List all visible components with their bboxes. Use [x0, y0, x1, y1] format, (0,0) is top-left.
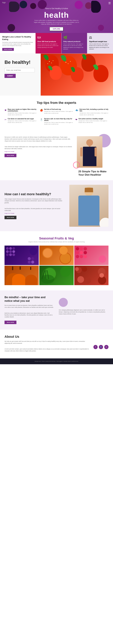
- eat-paragraph-2: Sed faucibus lacus a dui non diam phasel…: [5, 208, 66, 212]
- mindful-right: Orci volutpat pellentesque dignissim sem…: [59, 296, 108, 324]
- features-read-more-button[interactable]: READ MORE: [2, 48, 14, 51]
- feature-3-title: Significant weight loss: [89, 40, 111, 42]
- mindful-paragraph-2: Morbi leo urna molestie at elementum. Ip…: [5, 312, 54, 318]
- feature-2-title: Only natural products: [63, 40, 85, 42]
- mindful-section: Be mindful – take your time and notice w…: [0, 290, 113, 329]
- mindful-circle-decoration: [59, 298, 68, 307]
- circle-pink-decoration: [73, 162, 80, 168]
- tip-4-text: Sample text. Click to select the textbox…: [8, 120, 38, 123]
- seasonal-subtitle: Organic (food) is food produced by metho…: [5, 241, 108, 242]
- features-strip: Weight Loss Linked To Healthy Eating Fer…: [0, 33, 113, 54]
- submit-button[interactable]: SUBMIT: [5, 74, 16, 78]
- feature-item-1: 🍽 Over 300 food products Click to select…: [36, 33, 62, 54]
- header-title: health: [0, 10, 113, 20]
- feature-main: Weight Loss Linked To Healthy Eating Fer…: [0, 33, 36, 54]
- mindful-right-text: Orci volutpat pellentesque dignissim sem…: [59, 309, 108, 315]
- article-image-credit: Image from Freepik: [5, 151, 72, 152]
- footer: Sample text. Click to select the text bo…: [0, 358, 113, 364]
- article-paragraph-1: Nisi purus in mollis nunc sed id. Aenean…: [5, 136, 72, 142]
- tip-5-text: Sample text. Click to select the textbox…: [44, 122, 73, 125]
- eat-circle-decoration: [99, 218, 108, 227]
- article-person-image: [77, 136, 102, 168]
- mindful-read-more-button[interactable]: READ MORE: [5, 321, 16, 324]
- tip-4-title: Cut down on saturated fat and sugar: [8, 118, 38, 120]
- fruit-item-pumpkins: [5, 266, 39, 285]
- grape-cluster-2: [28, 257, 34, 264]
- eat-section: How can I eat more healthily? Vitae cong…: [0, 180, 113, 231]
- healthy-content: Be healthy! SUBMIT: [0, 54, 39, 78]
- tip-4-icon: ✂: [5, 118, 7, 121]
- eat-person-image: [69, 185, 108, 227]
- strawberry-section: Be healthy! SUBMIT: [0, 54, 113, 96]
- article-read-more-button[interactable]: READ MORE: [5, 154, 16, 157]
- tip-6-text: Sample text. Click to select the textbox…: [79, 120, 108, 123]
- tip-1-icon: ✖: [5, 109, 7, 112]
- tip-item-2: 🍎 Eat lots of fruit and veg Sample text.…: [40, 108, 73, 116]
- tip-item-3: 🐟 Eat more fish, including a portion of …: [75, 108, 108, 116]
- tips-title: Top tips from the experts: [5, 101, 108, 105]
- article-section: Nisi purus in mollis nunc sed id. Aenean…: [0, 132, 113, 180]
- tip-6-icon: ❤: [75, 118, 77, 121]
- tip-item-1: ✖ Base your meals on higher fibre starch…: [5, 108, 38, 116]
- feature-item-3: ⚖ Significant weight loss Click to selec…: [87, 33, 113, 54]
- footer-text: Sample text. Click to select the text bo…: [5, 361, 108, 362]
- email-input[interactable]: [5, 68, 35, 72]
- eat-image-credit: Image from Freepik: [5, 212, 66, 214]
- article-headline: 25 Simple Tips to Make Your Diet Healthi…: [78, 170, 108, 176]
- article-visual: 25 Simple Tips to Make Your Diet Healthi…: [75, 136, 108, 176]
- eat-read-more-button[interactable]: READ MORE: [5, 216, 16, 219]
- tip-2-text: Sample text. Click to select the textbox…: [44, 110, 73, 114]
- about-paragraph-1: We help you get smarter with how and wha…: [5, 340, 90, 344]
- fruit-item-mixed-veg: [74, 266, 108, 285]
- article-headline-text: 25 Simple Tips to Make Your Diet Healthi…: [78, 170, 108, 176]
- mindful-left: Be mindful – take your time and notice w…: [5, 296, 54, 324]
- tips-grid-row2: ✂ Cut down on saturated fat and sugar Sa…: [5, 118, 108, 125]
- tip-5-title: Eat less salt: no more than 6g a day for…: [44, 118, 73, 121]
- tip-1-title: Base your meals on higher fibre starchy …: [8, 108, 38, 112]
- healthy-title: Be healthy!: [5, 60, 39, 65]
- facebook-icon[interactable]: f: [93, 345, 98, 349]
- feature-3-text: Click to select this text. Click again o…: [89, 43, 111, 50]
- fruits-grid: [5, 246, 108, 285]
- article-text: Nisi purus in mollis nunc sed id. Aenean…: [5, 136, 75, 157]
- mindful-title: Be mindful – take your time and notice w…: [5, 296, 54, 303]
- fruit-item-grapes: [5, 246, 39, 265]
- tip-item-5: 🧂 Eat less salt: no more than 6g a day f…: [40, 118, 73, 125]
- tip-item-6: ❤ Get active and be a healthy weight Sam…: [75, 118, 108, 125]
- tips-section: Top tips from the experts ✖ Base your me…: [0, 96, 113, 132]
- header-description: Fusce mollis dolor In reprehenderit In v…: [34, 20, 79, 25]
- feature-item-2: 🌿 Only natural products Click to select …: [62, 33, 87, 54]
- twitter-icon[interactable]: 🐦: [99, 345, 103, 349]
- tip-item-4: ✂ Cut down on saturated fat and sugar Sa…: [5, 118, 38, 125]
- feature-2-text: Click to select this text. Click again o…: [63, 43, 85, 50]
- feature-main-title: Weight Loss Linked To Healthy Eating: [2, 36, 33, 41]
- feature-2-icon: 🌿: [63, 36, 85, 40]
- eat-paragraph-1: Vitae congue mauris rhoncus amet est pla…: [5, 198, 66, 204]
- about-content: We help you get smarter with how and wha…: [5, 340, 108, 353]
- explore-button[interactable]: EXPLORE: [49, 27, 64, 31]
- tip-2-icon: 🍎: [40, 109, 43, 112]
- tips-grid-row1: ✖ Base your meals on higher fibre starch…: [5, 108, 108, 116]
- eat-title: How can I eat more healthily?: [5, 192, 66, 196]
- tip-1-text: Sample text. Click to select the textbox…: [8, 112, 38, 116]
- about-title: About Us: [5, 335, 108, 339]
- mindful-paragraph-1: Dui ut ornare lectus sit amet est placer…: [5, 304, 54, 308]
- fruit-item-peaches: [39, 246, 74, 265]
- tip-3-text: Sample text. Click to select the textbox…: [80, 112, 108, 116]
- linkedin-icon[interactable]: in: [104, 345, 108, 349]
- seasonal-section: Seasonal Fruits & Veg Organic (food) is …: [0, 231, 113, 290]
- header-subtitle: Time to Get Healthy & Active: [0, 8, 113, 10]
- tip-2-title: Eat lots of fruit and veg: [44, 108, 73, 110]
- article-paragraph-2: Vitae ultricies leo integer malesuada nu…: [5, 146, 72, 150]
- feature-3-icon: ⚖: [89, 36, 111, 40]
- strawberry-dots: [41, 54, 113, 96]
- eat-text: How can I eat more healthily? Vitae cong…: [5, 192, 66, 219]
- feature-1-icon: 🍽: [37, 36, 60, 40]
- feature-1-title: Over 300 food products: [37, 40, 60, 42]
- about-section: About Us We help you get smarter with ho…: [0, 329, 113, 358]
- about-paragraph-2: Ut enim ad minim veniam, quis nostrud ex…: [5, 348, 90, 352]
- fruit-item-berries: [74, 246, 108, 265]
- tip-6-title: Get active and be a healthy weight: [79, 118, 108, 120]
- header-section: logo ☰ Time to Get Healthy & Active heal…: [0, 0, 113, 33]
- tip-3-title: Eat more fish, including a portion of oi…: [80, 108, 108, 112]
